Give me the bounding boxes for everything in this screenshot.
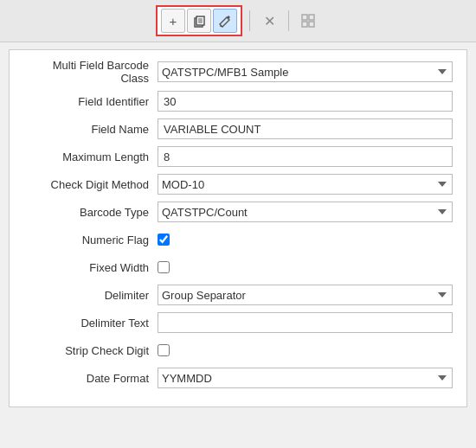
multi-field-barcode-class-label: Multi Field Barcode Class [23,59,158,85]
date-format-control: YYMMDD MMDDYY DDMMYY [158,368,453,388]
maximum-length-input[interactable] [158,146,453,167]
field-name-row: Field Name [23,118,453,140]
close-button[interactable]: ✕ [257,9,281,33]
maximum-length-row: Maximum Length [23,145,453,168]
svg-rect-6 [302,15,307,20]
fixed-width-row: Fixed Width [23,256,453,278]
fixed-width-checkbox-wrapper [158,261,453,273]
fixed-width-label: Fixed Width [23,261,158,274]
field-identifier-control [158,91,453,112]
toolbar-separator-1 [249,10,250,31]
edit-button[interactable] [213,9,237,33]
numeric-flag-control [158,234,453,246]
svg-rect-8 [302,22,307,27]
field-identifier-row: Field Identifier [23,90,453,112]
barcode-type-label: Barcode Type [23,206,158,219]
copy-icon [192,14,206,28]
field-name-input[interactable] [158,118,453,139]
delimiter-text-control [158,312,453,333]
svg-rect-9 [309,22,314,27]
delimiter-text-row: Delimiter Text [23,311,453,334]
fixed-width-checkbox[interactable] [158,261,170,273]
numeric-flag-checkbox-wrapper [158,234,453,246]
numeric-flag-label: Numeric Flag [23,234,158,246]
maximum-length-control [158,146,453,167]
numeric-flag-row: Numeric Flag [23,228,453,251]
edit-icon [218,14,232,28]
multi-field-barcode-class-row: Multi Field Barcode Class QATSTPC/MFB1 S… [23,59,453,85]
multi-field-barcode-class-control: QATSTPC/MFB1 Sample [158,61,453,82]
strip-check-digit-checkbox-wrapper [158,344,453,356]
delimiter-text-label: Delimiter Text [23,317,158,330]
svg-rect-7 [309,15,314,20]
check-digit-method-label: Check Digit Method [23,178,158,191]
barcode-type-row: Barcode Type QATSTPC/Count QATSTPC/MFB1 [23,201,453,223]
field-name-label: Field Name [23,123,158,136]
settings-button[interactable] [296,9,320,33]
check-digit-method-row: Check Digit Method MOD-10 MOD-11 None [23,173,453,195]
settings-icon [300,13,316,29]
field-identifier-input[interactable] [158,91,453,112]
check-digit-method-select[interactable]: MOD-10 MOD-11 None [158,174,453,195]
copy-button[interactable] [187,9,211,33]
fixed-width-control [158,261,453,273]
field-identifier-label: Field Identifier [23,95,158,108]
delimiter-label: Delimiter [23,289,158,302]
field-name-control [158,118,453,139]
toolbar-highlight-group: + [156,5,242,36]
delimiter-text-input[interactable] [158,312,453,333]
barcode-type-control: QATSTPC/Count QATSTPC/MFB1 [158,202,453,222]
toolbar-separator-2 [288,10,289,31]
strip-check-digit-label: Strip Check Digit [23,344,158,357]
strip-check-digit-checkbox[interactable] [158,344,170,356]
delimiter-select[interactable]: Group Separator None Comma [158,285,453,305]
maximum-length-label: Maximum Length [23,150,158,163]
check-digit-method-control: MOD-10 MOD-11 None [158,174,453,195]
strip-check-digit-control [158,344,453,356]
date-format-select[interactable]: YYMMDD MMDDYY DDMMYY [158,368,453,388]
toolbar: + ✕ [0,0,476,42]
date-format-row: Date Format YYMMDD MMDDYY DDMMYY [23,367,453,389]
numeric-flag-checkbox[interactable] [158,234,170,246]
form-panel: Multi Field Barcode Class QATSTPC/MFB1 S… [9,49,467,407]
add-button[interactable]: + [161,9,185,33]
strip-check-digit-row: Strip Check Digit [23,339,453,362]
date-format-label: Date Format [23,372,158,385]
delimiter-row: Delimiter Group Separator None Comma [23,284,453,306]
multi-field-barcode-class-select[interactable]: QATSTPC/MFB1 Sample [158,61,453,82]
delimiter-control: Group Separator None Comma [158,285,453,305]
barcode-type-select[interactable]: QATSTPC/Count QATSTPC/MFB1 [158,202,453,222]
